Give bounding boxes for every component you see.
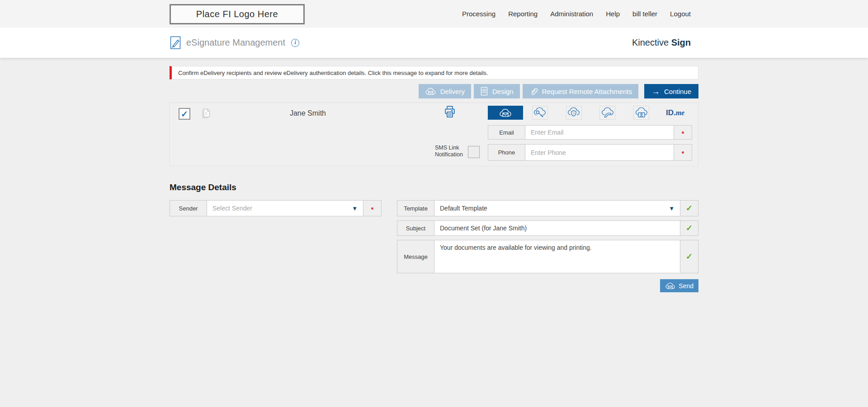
nav-processing[interactable]: Processing xyxy=(462,10,495,18)
top-nav: Processing Reporting Administration Help… xyxy=(462,10,698,18)
continue-button-label: Continue xyxy=(664,88,691,95)
nav-help[interactable]: Help xyxy=(606,10,620,18)
svg-text:x: x xyxy=(171,46,173,48)
template-select-value: Default Template xyxy=(440,205,487,212)
idme-logo-italic: me xyxy=(676,109,685,117)
subject-valid-marker: ✓ xyxy=(680,221,698,235)
design-button[interactable]: Design xyxy=(474,84,520,98)
template-select[interactable]: Default Template ▼ xyxy=(434,201,680,216)
main-content: Confirm eDelivery recipients and review … xyxy=(170,66,698,292)
page-title: eSignature Management xyxy=(186,37,285,48)
brand-regular: Kinective xyxy=(632,37,669,47)
idme-logo[interactable]: ID.me xyxy=(666,108,684,117)
top-bar: Place FI Logo Here Processing Reporting … xyxy=(0,0,868,28)
delivery-button[interactable]: Delivery xyxy=(419,84,471,98)
brand-bold: Sign xyxy=(671,37,691,47)
recipient-checkbox[interactable]: ✓ xyxy=(179,108,190,120)
access-key-auth-icon[interactable] xyxy=(532,106,548,120)
svg-text:?: ? xyxy=(573,111,575,115)
delivery-button-label: Delivery xyxy=(440,88,465,95)
subject-input[interactable] xyxy=(434,221,680,235)
check-icon: ✓ xyxy=(686,223,693,233)
idme-logo-bold: ID. xyxy=(666,108,676,117)
request-remote-attachments-label: Request Remote Attachments xyxy=(542,88,632,95)
sms-label-line2: Notification xyxy=(435,151,463,158)
email-input[interactable] xyxy=(525,126,674,139)
cloud-envelope-icon xyxy=(425,87,436,96)
email-required-marker xyxy=(674,126,692,139)
email-input-group: Email xyxy=(488,125,692,140)
header-band: x eSignature Management i Kinective Sign xyxy=(0,28,868,58)
sender-required-marker xyxy=(363,201,381,216)
info-icon[interactable]: i xyxy=(291,39,299,47)
phone-input-group: Phone xyxy=(488,144,692,161)
request-remote-attachments-button[interactable]: Request Remote Attachments xyxy=(523,84,638,98)
message-label: Message xyxy=(397,240,434,273)
cloud-envelope-icon xyxy=(665,282,675,290)
subject-label: Subject xyxy=(397,221,434,235)
alert-text: Confirm eDelivery recipients and review … xyxy=(178,70,488,76)
nav-reporting[interactable]: Reporting xyxy=(508,10,538,18)
paperclip-icon xyxy=(529,86,538,96)
arrow-right-icon: → xyxy=(651,87,660,96)
required-dot-icon xyxy=(371,207,373,210)
checkbox-check-icon: ✓ xyxy=(181,110,188,118)
document-count-number: 1 xyxy=(205,111,207,116)
template-select-group: Template Default Template ▼ ✓ xyxy=(397,200,698,216)
phone-input[interactable] xyxy=(525,145,674,160)
message-details-heading: Message Details xyxy=(170,182,698,192)
design-document-icon xyxy=(480,86,488,96)
nav-user[interactable]: bill teller xyxy=(632,10,657,18)
email-delivery-icon[interactable] xyxy=(488,106,523,120)
email-label: Email xyxy=(488,126,525,139)
nav-administration[interactable]: Administration xyxy=(550,10,593,18)
edelivery-alert-banner[interactable]: Confirm eDelivery recipients and review … xyxy=(170,66,698,80)
chevron-down-icon: ▼ xyxy=(669,205,675,212)
delivery-method-row: ? xyxy=(488,106,692,120)
id-verification-auth-icon[interactable] xyxy=(633,106,649,120)
chevron-down-icon: ▼ xyxy=(352,205,358,212)
action-toolbar: Delivery Design Request Remote Attachmen… xyxy=(170,84,698,98)
sender-label: Sender xyxy=(170,201,207,216)
brand-logo: Kinective Sign xyxy=(632,37,698,48)
template-label: Template xyxy=(397,201,434,216)
print-icon[interactable] xyxy=(443,105,456,119)
message-textarea[interactable]: Your documents are available for viewing… xyxy=(434,240,680,273)
security-question-auth-icon[interactable]: ? xyxy=(566,106,582,120)
send-button-label: Send xyxy=(679,282,693,290)
send-button[interactable]: Send xyxy=(660,279,698,292)
template-valid-marker: ✓ xyxy=(680,201,698,216)
fi-logo-text: Place FI Logo Here xyxy=(196,9,278,19)
nav-logout[interactable]: Logout xyxy=(670,10,691,18)
check-icon: ✓ xyxy=(686,252,693,262)
sms-link-notification-checkbox[interactable] xyxy=(468,146,480,158)
phone-required-marker xyxy=(674,145,692,160)
phone-call-auth-icon[interactable] xyxy=(599,106,615,120)
message-input-group: Message Your documents are available for… xyxy=(397,240,698,273)
required-dot-icon xyxy=(682,131,684,134)
sender-select[interactable]: Select Sender ▼ xyxy=(207,201,363,216)
message-details-section: Sender Select Sender ▼ Template Default … xyxy=(170,200,698,292)
message-valid-marker: ✓ xyxy=(680,240,698,273)
recipient-name: Jane Smith xyxy=(249,109,367,117)
recipient-card: ✓ 1 Jane Smith xyxy=(170,103,698,166)
sender-select-group: Sender Select Sender ▼ xyxy=(170,200,382,216)
sms-label-line1: SMS Link xyxy=(435,145,463,151)
subject-input-group: Subject ✓ xyxy=(397,220,698,236)
phone-label: Phone xyxy=(488,145,525,160)
design-button-label: Design xyxy=(492,88,514,95)
fi-logo-placeholder[interactable]: Place FI Logo Here xyxy=(170,4,305,24)
check-icon: ✓ xyxy=(686,203,693,213)
sms-link-notification-label: SMS Link Notification xyxy=(435,145,463,158)
esignature-document-pen-icon: x xyxy=(170,36,181,50)
sender-select-value: Select Sender xyxy=(212,205,252,212)
required-dot-icon xyxy=(682,151,684,154)
document-count-icon[interactable]: 1 xyxy=(200,106,212,119)
continue-button[interactable]: → Continue xyxy=(644,84,698,98)
